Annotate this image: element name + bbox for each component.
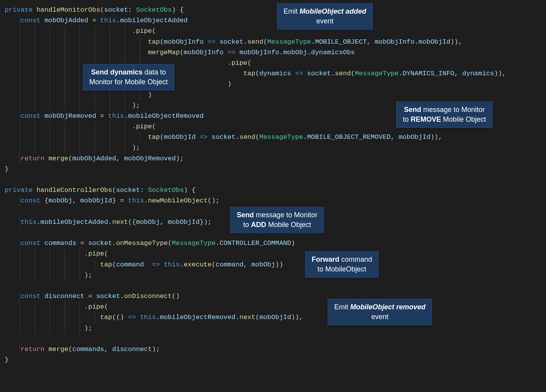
indent-guide [94, 132, 95, 142]
indent-guide [20, 15, 20, 26]
indent-guide [110, 37, 110, 47]
indent-guide [94, 37, 95, 47]
code-line-28: .pipe( [0, 302, 546, 312]
code-line-23: .pipe( [0, 248, 546, 259]
indent-guide [50, 132, 50, 142]
indent-guide [80, 121, 80, 132]
indent-guide [80, 312, 80, 323]
indent-guide [20, 68, 20, 79]
indent-guide [20, 142, 20, 153]
indent-guide [35, 58, 35, 68]
callout-emit-removed: Emit MobileObject removedevent [328, 299, 432, 325]
indent-guide [35, 79, 35, 89]
indent-guide [20, 79, 20, 89]
indent-guide [50, 259, 50, 270]
code-line-14: return merge(mobObjAdded, mobObjRemoved)… [0, 153, 546, 164]
indent-guide [94, 142, 95, 153]
indent-guide [140, 47, 140, 58]
callout-forward-command: Forward commandto MobileObject [305, 251, 379, 278]
indent-guide [65, 270, 65, 280]
code-line-31 [0, 333, 546, 344]
indent-guide [140, 37, 140, 47]
code-editor: private handleMonitorObs(socket: SocketO… [0, 5, 546, 365]
code-line-18: const {mobObj, mobObjId} = this.newMobil… [0, 195, 546, 206]
code-line-2: .pipe( [0, 26, 546, 36]
code-line-15: } [0, 164, 546, 174]
code-line-33: } [0, 355, 546, 365]
indent-guide [110, 100, 110, 111]
indent-guide [65, 259, 65, 270]
indent-guide [20, 100, 20, 111]
indent-guide [65, 132, 65, 142]
indent-guide [20, 37, 20, 47]
indent-guide [110, 47, 110, 58]
indent-guide [20, 217, 20, 227]
indent-guide [50, 270, 50, 280]
indent-guide [35, 121, 35, 132]
indent-guide [50, 121, 50, 132]
indent-guide [124, 142, 125, 153]
indent-guide [50, 142, 50, 153]
indent-guide [65, 302, 65, 312]
indent-guide [65, 37, 65, 47]
indent-guide [124, 100, 125, 111]
indent-guide [20, 90, 20, 100]
code-line-29: tap(() => this.mobileObjectRemoved.next(… [0, 312, 546, 323]
indent-guide [80, 142, 80, 153]
indent-guide [65, 90, 65, 100]
indent-guide [20, 270, 20, 280]
indent-guide [124, 47, 125, 58]
indent-guide [124, 132, 125, 142]
indent-guide [35, 100, 35, 111]
indent-guide [20, 111, 20, 121]
code-line-3: tap(mobObjInfo => socket.send(MessageTyp… [0, 37, 546, 47]
indent-guide [20, 344, 20, 355]
indent-guide [35, 259, 35, 270]
code-line-0: private handleMonitorObs(socket: SocketO… [0, 5, 546, 15]
indent-guide [65, 47, 65, 58]
indent-guide [35, 68, 35, 79]
indent-guide [110, 132, 110, 142]
code-line-1: const mobObjAdded = this.mobileObjectAdd… [0, 15, 546, 26]
code-line-26 [0, 280, 546, 291]
indent-guide [94, 47, 95, 58]
indent-guide [65, 312, 65, 323]
code-line-22: const commands = socket.onMessageType(Me… [0, 238, 546, 248]
indent-guide [50, 312, 50, 323]
indent-guide [65, 248, 65, 259]
indent-guide [80, 100, 80, 111]
indent-guide [20, 248, 20, 259]
code-line-8: ) [0, 90, 546, 100]
indent-guide [94, 312, 95, 323]
indent-guide [35, 323, 35, 333]
code-line-5: .pipe( [0, 58, 546, 68]
code-line-32: return merge(commands, disconnect); [0, 344, 546, 355]
indent-guide [80, 68, 80, 79]
indent-guide [50, 302, 50, 312]
indent-guide [110, 121, 110, 132]
indent-guide [110, 90, 110, 100]
indent-guide [35, 26, 35, 36]
code-line-6: tap(dynamics => socket.send(MessageType.… [0, 68, 546, 79]
indent-guide [110, 26, 110, 36]
indent-guide [35, 47, 35, 58]
code-line-16 [0, 174, 546, 185]
indent-guide [20, 238, 20, 248]
indent-guide [20, 302, 20, 312]
indent-guide [65, 58, 65, 68]
indent-guide [110, 142, 110, 153]
indent-guide [80, 79, 80, 89]
indent-guide [50, 47, 50, 58]
indent-guide [50, 323, 50, 333]
code-line-27: const disconnect = socket.onDisconnect() [0, 291, 546, 302]
indent-guide [80, 58, 80, 68]
indent-guide [35, 37, 35, 47]
code-line-25: ); [0, 270, 546, 280]
callout-emit-added: Emit MobileObject addedevent [277, 3, 373, 30]
indent-guide [65, 121, 65, 132]
indent-guide [35, 142, 35, 153]
indent-guide [65, 323, 65, 333]
indent-guide [35, 270, 35, 280]
indent-guide [65, 79, 65, 89]
code-line-7: ) [0, 79, 546, 89]
